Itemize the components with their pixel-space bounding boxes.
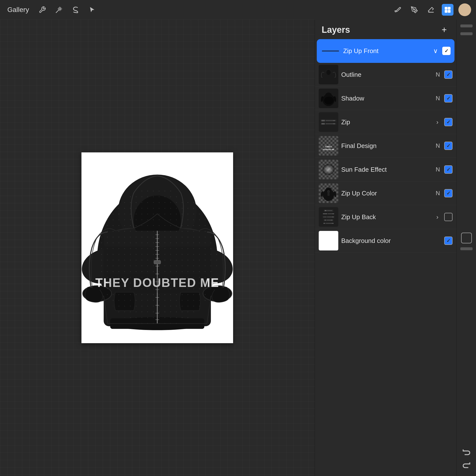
checkmark-icon: ✓ — [446, 95, 451, 101]
layer-visibility-checkbox[interactable]: ✓ — [444, 189, 453, 197]
layer-visibility-checkbox[interactable]: ✓ — [444, 70, 453, 79]
layers-icon[interactable] — [442, 4, 454, 16]
layer-controls: N ✓ — [435, 142, 453, 150]
layer-expand-icon[interactable]: ∨ — [432, 47, 439, 55]
layer-controls: › ✓ — [434, 118, 453, 126]
layer-expand-icon[interactable]: › — [434, 213, 441, 221]
layer-item[interactable]: Zip Up Back › — [315, 205, 457, 229]
brush-icon[interactable] — [392, 4, 404, 16]
layer-expand-icon[interactable]: › — [434, 119, 441, 126]
layer-blend-mode: N — [435, 166, 441, 173]
layer-info: Zip — [341, 119, 431, 126]
svg-rect-51 — [327, 193, 330, 196]
layer-info: Zip Up Color — [341, 189, 432, 197]
layer-thumbnail — [321, 41, 340, 61]
s-tool-icon[interactable] — [70, 4, 82, 16]
toolbar-right — [392, 3, 471, 16]
layer-blend-mode: N — [435, 95, 441, 102]
cursor-icon[interactable] — [86, 4, 98, 16]
layer-thumbnail — [319, 231, 338, 251]
layer-thumbnail: THEY DOUBTED ME — [319, 136, 338, 155]
layer-info: Sun Fade Effect — [341, 166, 432, 173]
checkmark-icon: ✓ — [446, 119, 451, 125]
layer-info: Outline — [341, 71, 432, 79]
wrench-icon[interactable] — [36, 4, 48, 16]
checkmark-icon: ✓ — [444, 48, 449, 54]
svg-point-35 — [97, 187, 218, 329]
layer-visibility-checkbox[interactable]: ✓ — [444, 118, 453, 126]
undo-button[interactable] — [462, 448, 471, 458]
layer-name: Final Design — [341, 142, 432, 150]
layer-blend-mode: N — [435, 71, 441, 78]
svg-point-46 — [323, 164, 335, 175]
layer-controls: N ✓ — [435, 189, 453, 197]
hoodie-illustration: THEY DOUBTED ME — [82, 153, 233, 343]
svg-rect-37 — [108, 274, 207, 293]
layer-item[interactable]: THEY DOUBTED ME Final Design N ✓ — [315, 134, 457, 158]
layer-thumbnail — [319, 160, 338, 179]
checkmark-icon: ✓ — [446, 238, 451, 244]
layers-add-button[interactable]: + — [439, 24, 450, 35]
layer-blend-mode: N — [435, 142, 441, 149]
layer-controls: › — [434, 213, 453, 221]
svg-text:DOUBTED ME: DOUBTED ME — [323, 149, 334, 151]
layers-panel: Layers + Zip Up Front ∨ ✓ — [315, 19, 457, 476]
svg-point-1 — [413, 9, 415, 10]
layer-visibility-checkbox[interactable]: ✓ — [444, 237, 453, 245]
redo-button[interactable] — [462, 460, 471, 471]
layer-controls: ✓ — [444, 237, 453, 245]
toolbar-left: Gallery — [5, 4, 387, 16]
layer-item[interactable]: Sun Fade Effect N ✓ — [315, 158, 457, 182]
layer-thumbnail — [319, 112, 338, 132]
layer-item[interactable]: Zip › ✓ — [315, 110, 457, 134]
layer-name: Background color — [341, 237, 441, 245]
layer-name: Zip Up Color — [341, 189, 432, 197]
layer-thumbnail — [319, 88, 338, 108]
layer-item[interactable]: Outline N ✓ — [315, 63, 457, 86]
layer-blend-mode: N — [435, 190, 441, 197]
layer-info: Shadow — [341, 95, 432, 102]
layer-name: Outline — [341, 71, 432, 79]
layer-info: Zip Up Back — [341, 213, 431, 221]
adjust-icon[interactable] — [53, 4, 65, 16]
svg-point-50 — [327, 190, 330, 193]
svg-rect-5 — [448, 10, 450, 13]
main-content: THEY DOUBTED ME Layers + — [0, 19, 476, 476]
layer-thumbnail — [319, 184, 338, 203]
layer-visibility-checkbox[interactable]: ✓ — [442, 47, 451, 55]
pen-icon[interactable] — [408, 4, 420, 16]
eraser-icon[interactable] — [425, 4, 437, 16]
canvas-area: THEY DOUBTED ME — [0, 19, 315, 476]
layer-item[interactable]: Zip Up Color N ✓ — [315, 182, 457, 205]
layer-name: Sun Fade Effect — [341, 166, 432, 173]
sidebar-tool-rect[interactable] — [461, 233, 472, 243]
layer-info: Final Design — [341, 142, 432, 150]
right-sidebar — [457, 19, 476, 476]
avatar[interactable] — [459, 3, 471, 16]
layer-item[interactable]: Background color ✓ — [315, 229, 457, 253]
svg-rect-3 — [448, 7, 450, 10]
layer-thumbnail — [319, 65, 338, 85]
layer-name: Zip Up Front — [343, 47, 429, 55]
layer-controls: N ✓ — [435, 70, 453, 79]
svg-rect-2 — [445, 7, 447, 10]
layer-visibility-checkbox[interactable]: ✓ — [444, 94, 453, 102]
layer-controls: N ✓ — [435, 165, 453, 174]
gallery-button[interactable]: Gallery — [5, 4, 32, 15]
layers-title: Layers — [322, 25, 350, 35]
sidebar-tool-top[interactable] — [460, 24, 473, 27]
layer-item[interactable]: Shadow N ✓ — [315, 86, 457, 110]
layer-visibility-checkbox[interactable]: ✓ — [444, 165, 453, 174]
layer-name: Zip Up Back — [341, 213, 431, 221]
layer-visibility-checkbox[interactable]: ✓ — [444, 142, 453, 150]
sidebar-tool-mid[interactable] — [460, 32, 473, 35]
layer-name: Zip — [341, 119, 431, 126]
layer-name: Shadow — [341, 95, 432, 102]
layer-visibility-checkbox[interactable] — [444, 213, 453, 221]
checkmark-icon: ✓ — [446, 167, 451, 172]
undo-redo-section — [462, 448, 471, 471]
sidebar-tool-bar[interactable] — [460, 247, 473, 250]
layer-item[interactable]: Zip Up Front ∨ ✓ — [317, 39, 455, 63]
checkmark-icon: ✓ — [446, 143, 451, 149]
layers-list: Zip Up Front ∨ ✓ — [315, 39, 457, 476]
